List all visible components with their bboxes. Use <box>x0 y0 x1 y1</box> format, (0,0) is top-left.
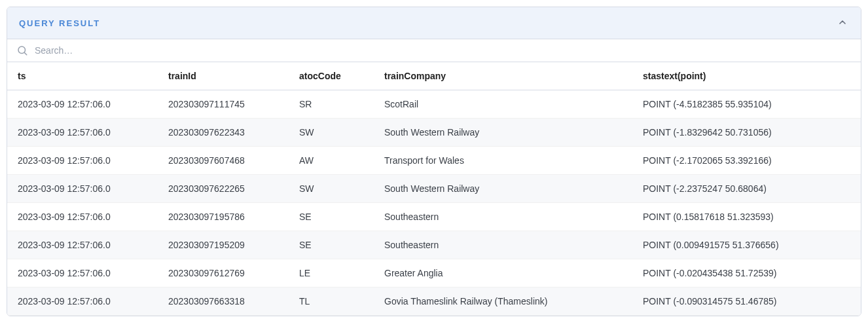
cell-trainid: 202303097622343 <box>158 119 289 147</box>
panel-header: QUERY RESULT <box>7 7 861 39</box>
column-header-ts[interactable]: ts <box>7 62 158 90</box>
cell-traincompany: ScotRail <box>374 90 632 119</box>
cell-point: POINT (-0.020435438 51.72539) <box>632 259 861 288</box>
cell-traincompany: Govia Thameslink Railway (Thameslink) <box>374 288 632 316</box>
cell-atoccode: SW <box>289 119 374 147</box>
search-icon <box>16 45 28 56</box>
cell-ts: 2023-03-09 12:57:06.0 <box>7 175 158 203</box>
cell-atoccode: SE <box>289 231 374 259</box>
cell-ts: 2023-03-09 12:57:06.0 <box>7 119 158 147</box>
cell-atoccode: LE <box>289 259 374 288</box>
cell-trainid: 202303097607468 <box>158 147 289 175</box>
query-result-panel: QUERY RESULT ts trainId atocCode trainCo… <box>7 7 861 316</box>
cell-traincompany: South Western Railway <box>374 119 632 147</box>
cell-ts: 2023-03-09 12:57:06.0 <box>7 231 158 259</box>
table-row[interactable]: 2023-03-09 12:57:06.0202303097612769LEGr… <box>7 259 861 288</box>
cell-trainid: 202303097195786 <box>158 203 289 231</box>
cell-traincompany: Southeastern <box>374 231 632 259</box>
cell-trainid: 202303097612769 <box>158 259 289 288</box>
cell-atoccode: SR <box>289 90 374 119</box>
cell-atoccode: SW <box>289 175 374 203</box>
column-header-traincompany[interactable]: trainCompany <box>374 62 632 90</box>
cell-point: POINT (0.009491575 51.376656) <box>632 231 861 259</box>
table-row[interactable]: 2023-03-09 12:57:06.0202303097663318TLGo… <box>7 288 861 316</box>
table-row[interactable]: 2023-03-09 12:57:06.0202303097622265SWSo… <box>7 175 861 203</box>
cell-trainid: 202303097622265 <box>158 175 289 203</box>
table-row[interactable]: 2023-03-09 12:57:06.0202303097195786SESo… <box>7 203 861 231</box>
cell-traincompany: Transport for Wales <box>374 147 632 175</box>
column-header-point[interactable]: stastext(point) <box>632 62 861 90</box>
cell-point: POINT (-4.5182385 55.935104) <box>632 90 861 119</box>
cell-ts: 2023-03-09 12:57:06.0 <box>7 288 158 316</box>
cell-atoccode: TL <box>289 288 374 316</box>
column-header-atoccode[interactable]: atocCode <box>289 62 374 90</box>
svg-line-1 <box>24 52 26 54</box>
svg-point-0 <box>18 46 26 54</box>
results-table-wrap[interactable]: ts trainId atocCode trainCompany stastex… <box>7 62 861 316</box>
cell-atoccode: AW <box>289 147 374 175</box>
table-row[interactable]: 2023-03-09 12:57:06.0202303097111745SRSc… <box>7 90 861 119</box>
cell-point: POINT (-2.2375247 50.68064) <box>632 175 861 203</box>
cell-atoccode: SE <box>289 203 374 231</box>
table-body: 2023-03-09 12:57:06.0202303097111745SRSc… <box>7 90 861 316</box>
cell-point: POINT (-2.1702065 53.392166) <box>632 147 861 175</box>
panel-title: QUERY RESULT <box>19 18 100 28</box>
cell-trainid: 202303097663318 <box>158 288 289 316</box>
cell-traincompany: South Western Railway <box>374 175 632 203</box>
table-header-row: ts trainId atocCode trainCompany stastex… <box>7 62 861 90</box>
column-header-trainid[interactable]: trainId <box>158 62 289 90</box>
cell-traincompany: Greater Anglia <box>374 259 632 288</box>
table-row[interactable]: 2023-03-09 12:57:06.0202303097607468AWTr… <box>7 147 861 175</box>
table-row[interactable]: 2023-03-09 12:57:06.0202303097622343SWSo… <box>7 119 861 147</box>
cell-ts: 2023-03-09 12:57:06.0 <box>7 259 158 288</box>
search-input[interactable] <box>35 45 852 56</box>
collapse-toggle[interactable] <box>836 16 849 29</box>
search-bar <box>7 39 861 62</box>
table-row[interactable]: 2023-03-09 12:57:06.0202303097195209SESo… <box>7 231 861 259</box>
cell-point: POINT (-1.8329642 50.731056) <box>632 119 861 147</box>
chevron-up-icon <box>837 17 848 29</box>
cell-point: POINT (-0.090314575 51.46785) <box>632 288 861 316</box>
results-table: ts trainId atocCode trainCompany stastex… <box>7 62 861 316</box>
cell-trainid: 202303097195209 <box>158 231 289 259</box>
cell-trainid: 202303097111745 <box>158 90 289 119</box>
cell-ts: 2023-03-09 12:57:06.0 <box>7 147 158 175</box>
cell-ts: 2023-03-09 12:57:06.0 <box>7 203 158 231</box>
cell-traincompany: Southeastern <box>374 203 632 231</box>
cell-ts: 2023-03-09 12:57:06.0 <box>7 90 158 119</box>
cell-point: POINT (0.15817618 51.323593) <box>632 203 861 231</box>
